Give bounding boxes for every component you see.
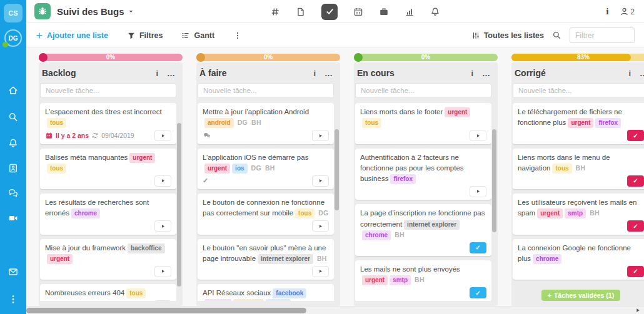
column-scrollbar[interactable]	[177, 123, 181, 287]
task-card[interactable]: Nombreuses erreurs 404tous	[40, 284, 176, 301]
briefcase-icon[interactable]	[379, 7, 389, 17]
column-scrollbar[interactable]	[335, 129, 339, 210]
add-list-button[interactable]: Ajouter une liste	[36, 31, 108, 40]
gantt-button[interactable]: Gantt	[181, 31, 214, 40]
card-open-button[interactable]	[470, 130, 486, 141]
column-title: En cours	[357, 68, 395, 78]
card-open-button[interactable]	[312, 220, 329, 232]
column-menu-icon[interactable]: …	[640, 69, 644, 77]
card-open-button[interactable]	[154, 266, 171, 277]
more-options-icon[interactable]	[8, 294, 19, 305]
card-footer: ✓	[518, 265, 644, 278]
scroll-right-arrow-icon[interactable]	[635, 307, 641, 313]
task-card[interactable]: La page d’inscription ne fonctionne pas …	[355, 204, 491, 256]
column-progress-bar: 83%	[511, 54, 644, 61]
card-open-button[interactable]	[312, 266, 329, 277]
card-complete-button[interactable]: ✓	[470, 287, 486, 298]
card-title: Mettre à jour l’application Android	[203, 108, 309, 115]
validated-tasks-badge[interactable]: +Tâches validées (1)	[541, 290, 620, 301]
horizontal-scrollbar-thumb[interactable]	[26, 308, 306, 313]
tag-tous: tous	[126, 288, 146, 298]
assignee-initials: DG	[238, 119, 248, 126]
person-icon	[620, 7, 629, 16]
channels-icon[interactable]	[270, 7, 280, 17]
task-card[interactable]: Les résultats de recherches sont erronés…	[40, 194, 176, 235]
calendar-icon[interactable]	[353, 7, 363, 17]
task-card[interactable]: Le bouton de connexion ne fonctionne pas…	[198, 194, 334, 235]
card-complete-button[interactable]: ✓	[470, 242, 486, 253]
card-open-button[interactable]	[312, 175, 329, 187]
card-open-button[interactable]	[154, 175, 171, 187]
documents-icon[interactable]	[296, 7, 306, 17]
mail-icon[interactable]	[8, 267, 19, 277]
card-body: Authentification à 2 facteurs ne fonctio…	[360, 152, 486, 185]
column-info-icon[interactable]: i	[313, 69, 316, 77]
card-body: Le bouton "en savoir plus" mène à une pa…	[203, 243, 329, 265]
horizontal-scrollbar[interactable]	[26, 306, 644, 314]
column-info-icon[interactable]: i	[156, 69, 158, 77]
task-card[interactable]: Liens morts dans le menu de navigationto…	[513, 149, 644, 190]
tab-tasks-active[interactable]	[321, 4, 338, 20]
task-card[interactable]: La connexion Google ne fonctionne plusch…	[513, 239, 644, 280]
info-icon[interactable]: i	[606, 7, 608, 17]
filter-input[interactable]	[570, 27, 635, 43]
new-task-input[interactable]	[40, 83, 176, 98]
task-card[interactable]: Balises méta manquantesurgenttous	[40, 149, 176, 190]
chat-icon[interactable]	[8, 188, 19, 199]
task-card[interactable]: Les utilisateurs reçoivent les mails en …	[513, 194, 644, 235]
card-body: Mettre à jour l’application Androidandro…	[203, 107, 329, 129]
card-open-button[interactable]	[154, 220, 171, 232]
card-open-button[interactable]	[154, 300, 171, 301]
contacts-icon[interactable]	[8, 163, 19, 174]
task-card[interactable]: API Réseaux sociauxfacebookgoogleyoutube…	[198, 284, 334, 301]
kanban-board: 0%Backlogi…L’espacement des titres est i…	[26, 49, 644, 306]
user-avatar[interactable]: DG	[4, 29, 22, 47]
members-button[interactable]: 2	[620, 7, 635, 16]
tag-facebook: facebook	[273, 288, 306, 298]
video-call-icon[interactable]	[8, 213, 19, 223]
search-icon[interactable]	[8, 112, 19, 122]
validated-badge-wrap: +Tâches validées (1)	[513, 284, 644, 301]
filters-button[interactable]: Filtres	[127, 31, 163, 40]
card-complete-button[interactable]: ✓	[627, 220, 644, 232]
task-card[interactable]: Mise à jour du frameworkbackofficeurgent	[40, 239, 176, 280]
stats-icon[interactable]	[405, 7, 415, 17]
card-complete-button[interactable]: ✓	[627, 175, 644, 187]
tag-internet-explorer: internet explorer	[258, 254, 313, 264]
card-complete-button[interactable]: ✓	[627, 130, 644, 141]
assignee-initials: BH	[265, 164, 275, 172]
card-open-button[interactable]	[312, 130, 329, 141]
new-task-input[interactable]	[198, 83, 334, 98]
card-complete-button[interactable]: ✓	[627, 266, 644, 277]
task-card[interactable]: Le bouton "en savoir plus" mène à une pa…	[198, 239, 334, 280]
notifications-icon[interactable]	[8, 138, 19, 149]
column-info-icon[interactable]: i	[628, 69, 631, 77]
column-info-icon[interactable]: i	[471, 69, 473, 77]
task-card[interactable]: Authentification à 2 facteurs ne fonctio…	[355, 149, 491, 200]
card-footer: ✓	[203, 174, 329, 187]
column-menu-icon[interactable]: …	[325, 69, 333, 77]
card-open-button[interactable]	[154, 130, 171, 141]
task-card[interactable]: L’application iOS ne démarre pasurgentio…	[198, 149, 334, 190]
column-menu-icon[interactable]: …	[482, 69, 490, 77]
column-body: À fairei…Mettre à jour l’application And…	[196, 62, 340, 306]
task-card[interactable]: L’espacement des titres est incorrecttou…	[40, 103, 176, 144]
column-scrollbar[interactable]	[492, 129, 496, 232]
project-title-dropdown[interactable]: Suivi des Bugs	[57, 6, 134, 17]
new-task-input[interactable]	[513, 83, 644, 98]
bell-icon[interactable]	[430, 7, 440, 17]
workspace-avatar[interactable]: CS	[4, 4, 23, 22]
card-open-button[interactable]	[470, 186, 486, 197]
card-body: L’espacement des titres est incorrecttou…	[45, 107, 171, 129]
new-task-input[interactable]	[355, 83, 491, 98]
task-card[interactable]: Liens morts dans le footerurgenttous	[355, 103, 491, 144]
task-card[interactable]: Les mails ne sont plus envoyésurgentsmtp…	[355, 260, 491, 301]
home-icon[interactable]	[8, 85, 19, 96]
task-card[interactable]: Mettre à jour l’application Androidandro…	[198, 103, 334, 144]
card-footer	[360, 129, 486, 142]
toolbar-more-icon[interactable]	[233, 31, 242, 40]
lists-scope-button[interactable]: Toutes les listes	[471, 31, 544, 40]
column-menu-icon[interactable]: …	[167, 69, 175, 77]
task-card[interactable]: Le téléchargement de fichiers ne fonctio…	[513, 103, 644, 144]
filter-search-icon[interactable]	[552, 31, 561, 40]
